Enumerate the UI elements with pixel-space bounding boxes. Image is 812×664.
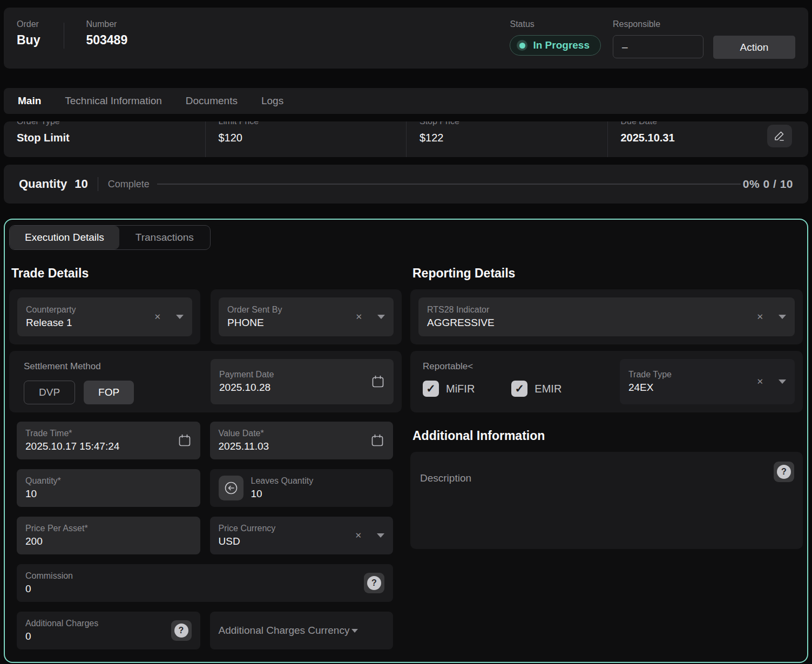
number-label: Number [86,19,127,29]
clear-icon[interactable]: ✕ [756,312,763,322]
chevron-down-icon[interactable] [377,315,385,319]
trade-type-select[interactable]: Trade Type 24EX ✕ [620,359,795,404]
tab-documents[interactable]: Documents [186,95,238,107]
clear-icon[interactable]: ✕ [355,531,362,540]
quantity-status: Complete [108,179,150,190]
commission-help-button[interactable]: ? [364,573,384,593]
responsible-label: Responsible [613,19,703,29]
reporting-details-title: Reporting Details [412,266,803,281]
trade-time-field[interactable]: Trade Time* 2025.10.17 15:47:24 [17,422,200,459]
counterparty-select[interactable]: Counterparty Release 1 ✕ [17,297,192,336]
trade-row-3: Trade Time* 2025.10.17 15:47:24 [17,422,393,459]
quantity-field[interactable]: Quantity* 10 [17,469,200,507]
clear-icon[interactable]: ✕ [154,312,161,322]
rts28-select[interactable]: RTS28 Indicator AGGRESSIVE ✕ [418,297,795,336]
description-card: Description ? [410,452,803,549]
mifir-checkbox[interactable]: ✓ MiFIR [423,381,475,397]
responsible-field[interactable]: – [613,35,703,58]
settlement-payment-card: Settlement Method DVP FOP Payment Date 2… [9,351,402,412]
quantity-progress-text: 0% 0 / 10 [743,178,793,191]
quantity-progress-track [157,184,741,185]
quantity-value: 10 [25,488,192,500]
additional-information-title: Additional Information [412,429,803,443]
settlement-method-label: Settlement Method [24,361,200,372]
description-textarea[interactable]: Description [420,472,793,484]
order-number-block: Number 503489 [86,19,127,48]
calendar-icon[interactable] [178,433,192,448]
tab-transactions[interactable]: Transactions [119,226,210,249]
calendar-icon[interactable] [371,375,385,389]
payment-date-value: 2025.10.28 [219,382,371,394]
additional-charges-help-button[interactable]: ? [171,620,192,641]
reportable-label: Reportable< [423,361,610,372]
copy-back-button[interactable] [219,476,243,500]
trade-fields-area: Trade Time* 2025.10.17 15:47:24 [9,422,402,649]
rts28-label: RTS28 Indicator [427,305,756,315]
reportable-card: Reportable< ✓ MiFIR ✓ EMIR [410,351,803,412]
chevron-down-icon[interactable] [176,315,184,319]
fop-button[interactable]: FOP [84,381,134,404]
order-number-value: 503489 [86,33,127,48]
additional-charges-currency-select[interactable]: Additional Charges Currency [210,612,394,649]
main-tabbar: Main Technical Information Documents Log… [4,88,808,114]
value-date-field[interactable]: Value Date* 2025.11.03 [210,422,394,459]
leaves-quantity-field: Leaves Quantity 10 [210,469,394,507]
order-side-value: Buy [17,33,40,48]
help-icon: ? [367,576,381,590]
trade-row-4: Quantity* 10 [17,469,393,507]
tab-technical-information[interactable]: Technical Information [65,95,162,107]
chevron-down-icon[interactable] [779,380,786,384]
order-header: Order Buy Number 503489 Status In Progre… [4,8,808,69]
trade-type-value: 24EX [628,382,757,394]
additional-charges-field[interactable]: Additional Charges 0 ? [17,612,200,649]
chevron-down-icon[interactable] [351,629,358,633]
action-button[interactable]: Action [713,36,795,59]
trade-details-column: Trade Details Counterparty Release 1 ✕ [9,261,402,649]
chevron-down-icon[interactable] [779,315,786,319]
limit-price-value: $120 [219,132,407,144]
arrow-left-circle-icon [224,480,239,496]
status-text: In Progress [533,39,590,51]
price-per-asset-field[interactable]: Price Per Asset* 200 [17,517,200,554]
order-sent-by-value: PHONE [227,317,355,329]
mifir-label: MiFIR [446,383,475,395]
order-page: Order Buy Number 503489 Status In Progre… [0,0,812,664]
order-side-block: Order Buy [17,19,40,48]
quantity-divider [98,177,98,191]
tab-execution-details[interactable]: Execution Details [10,226,119,249]
additional-charges-label: Additional Charges [25,619,171,628]
commission-label: Commission [25,571,364,581]
status-label: Status [510,19,601,29]
tab-logs[interactable]: Logs [261,95,283,107]
edit-button[interactable] [767,125,792,147]
order-summary-row: Order Type Stop Limit Limit Price $120 S… [4,121,808,157]
emir-label: EMIR [534,383,561,395]
trade-time-value: 2025.10.17 15:47:24 [25,441,178,452]
description-help-button[interactable]: ? [774,462,794,482]
summary-limit-price: Limit Price $120 [205,121,407,157]
tab-main[interactable]: Main [18,95,41,107]
order-type-label: Order Type [17,121,205,126]
emir-checkbox[interactable]: ✓ EMIR [511,381,561,397]
counterparty-card: Counterparty Release 1 ✕ [9,289,200,344]
counterparty-label: Counterparty [26,305,154,315]
additional-charges-currency-placeholder: Additional Charges Currency [219,625,350,636]
pencil-icon [773,130,786,143]
commission-field[interactable]: Commission 0 ? [17,564,393,602]
dvp-button[interactable]: DVP [24,381,75,404]
price-currency-select[interactable]: Price Currency USD ✕ [210,517,394,554]
calendar-icon[interactable] [370,433,384,448]
status-badge[interactable]: In Progress [510,35,601,56]
order-type-value: Stop Limit [17,132,205,144]
trade-type-label: Trade Type [628,370,757,380]
payment-date-field[interactable]: Payment Date 2025.10.28 [211,359,394,404]
clear-icon[interactable]: ✕ [756,377,763,387]
order-sent-by-select[interactable]: Order Sent By PHONE ✕ [219,297,394,336]
clear-icon[interactable]: ✕ [355,312,362,322]
counterparty-value: Release 1 [26,317,154,329]
chevron-down-icon[interactable] [377,533,384,538]
trade-row-1: Counterparty Release 1 ✕ Order Sent By P… [9,289,402,344]
responsible-block: Responsible – [613,19,703,58]
leaves-quantity-value: 10 [251,488,385,500]
order-label: Order [17,19,40,29]
